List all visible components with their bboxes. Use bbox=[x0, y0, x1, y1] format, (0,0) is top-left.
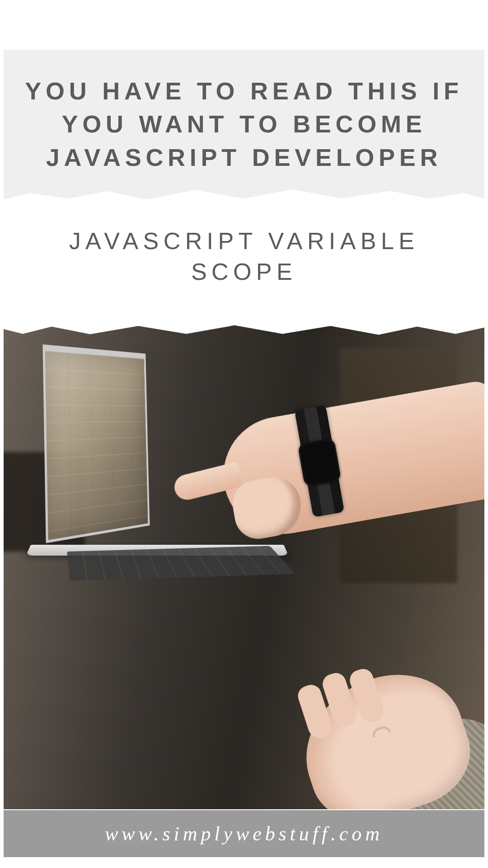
torn-edge-divider bbox=[4, 316, 484, 348]
subtitle-band: JAVASCRIPT VARIABLE SCOPE bbox=[4, 226, 484, 287]
subtitle-text: JAVASCRIPT VARIABLE SCOPE bbox=[17, 226, 471, 287]
laptop-keyboard bbox=[67, 546, 296, 581]
hero-panel: YOU HAVE TO READ THIS IF YOU WANT TO BEC… bbox=[4, 50, 484, 199]
hero-title: YOU HAVE TO READ THIS IF YOU WANT TO BEC… bbox=[22, 75, 466, 174]
laptop-screen bbox=[42, 344, 150, 543]
hero-photo bbox=[4, 316, 484, 809]
footer-url: www.simplywebstuff.com bbox=[105, 822, 383, 845]
smartwatch-face bbox=[297, 438, 341, 487]
footer-bar: www.simplywebstuff.com bbox=[4, 810, 484, 857]
card-frame: YOU HAVE TO READ THIS IF YOU WANT TO BEC… bbox=[0, 0, 488, 868]
